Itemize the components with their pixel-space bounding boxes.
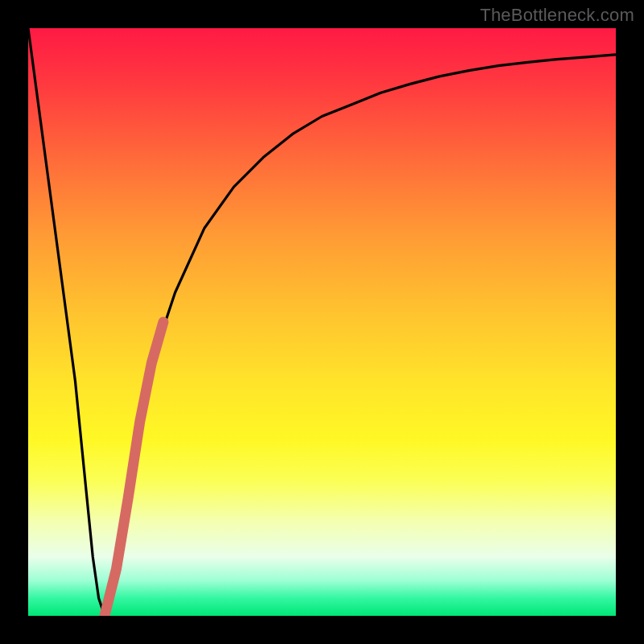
chart-frame: TheBottleneck.com [0, 0, 644, 644]
watermark-text: TheBottleneck.com [480, 5, 634, 26]
plot-area [28, 28, 616, 616]
chart-svg [28, 28, 616, 616]
highlight-segment [105, 322, 163, 616]
bottleneck-curve [28, 28, 616, 616]
